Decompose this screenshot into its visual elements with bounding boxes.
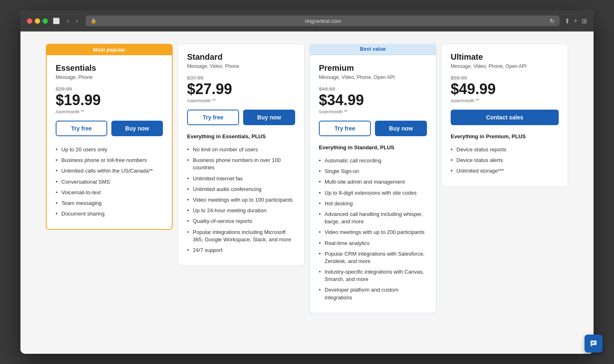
btn-group-standard: Try free Buy now xyxy=(187,110,295,125)
list-item: Video meetings with up to 100 participan… xyxy=(187,195,295,205)
current-price-premium: $34.99 xyxy=(319,93,427,108)
chat-button[interactable] xyxy=(585,335,603,353)
back-button[interactable]: ‹ xyxy=(65,16,72,25)
original-price-standard: $37.99 xyxy=(187,75,295,81)
list-item: Business phone or toll-free numbers xyxy=(56,155,163,166)
list-item: Multi-site admin and management xyxy=(319,177,427,187)
list-item: Team messaging xyxy=(56,198,163,209)
plan-name-ultimate: Ultimate xyxy=(451,52,559,62)
list-item: Up to 8-digit extensions with site codes xyxy=(319,188,427,198)
try-free-button-premium[interactable]: Try free xyxy=(319,121,371,136)
price-note-ultimate: /user/month ** xyxy=(451,98,559,103)
best-value-badge: Best value xyxy=(310,44,436,54)
plan-tagline-essentials: Message, Phone xyxy=(56,74,163,80)
list-item: Video meetings with up to 200 participan… xyxy=(319,227,427,238)
feature-list-essentials: Up to 20 users only Business phone or to… xyxy=(56,144,163,219)
plan-card-standard: Standard Message, Video, Phone $37.99 $2… xyxy=(178,44,305,266)
plan-name-standard: Standard xyxy=(187,52,295,62)
list-item: Document sharing xyxy=(56,209,163,219)
list-item: Business phone numbers in over 100 count… xyxy=(187,155,295,173)
plan-tagline-standard: Message, Video, Phone xyxy=(187,63,295,69)
list-item: Conversational SMS xyxy=(56,177,163,187)
url-text: ringcentral.com xyxy=(100,18,546,24)
traffic-light-red[interactable] xyxy=(27,18,32,24)
list-item: Device status reports xyxy=(451,144,559,155)
list-item: Unlimited storage*** xyxy=(451,166,559,176)
svg-rect-0 xyxy=(591,342,595,342)
plan-card-essentials: Most popular Essentials Message, Phone $… xyxy=(46,44,173,230)
try-free-button-standard[interactable]: Try free xyxy=(187,110,239,125)
plan-name-essentials: Essentials xyxy=(56,63,163,73)
reload-icon[interactable]: ↻ xyxy=(550,18,555,24)
list-item: Unlimited internet fax xyxy=(187,173,295,184)
original-price-essentials: $29.99 xyxy=(56,86,163,92)
list-item: Single Sign-on xyxy=(319,166,427,177)
grid-icon[interactable]: ⊞ xyxy=(582,17,587,25)
current-price-standard: $27.99 xyxy=(187,82,295,97)
plan-name-premium: Premium xyxy=(319,63,427,73)
feature-list-ultimate: Device status reports Device status aler… xyxy=(451,144,559,177)
try-free-button-essentials[interactable]: Try free xyxy=(56,121,107,136)
page-content: Most popular Essentials Message, Phone $… xyxy=(20,31,594,354)
buy-now-button-essentials[interactable]: Buy now xyxy=(111,121,163,136)
list-item: Unlimited audio conferencing xyxy=(187,184,295,195)
browser-window: ⬜ ‹ › 🔒 ringcentral.com ↻ ⬆ + ⊞ Most pop… xyxy=(20,10,594,354)
btn-group-premium: Try free Buy now xyxy=(319,121,427,136)
list-item: Popular CRM integrations with Salesforce… xyxy=(319,249,427,267)
list-item: Device status alerts xyxy=(451,155,559,166)
feature-list-premium: Automatic call recording Single Sign-on … xyxy=(319,155,427,303)
plan-card-premium: Best value Premium Message, Video, Phone… xyxy=(309,44,436,313)
svg-rect-1 xyxy=(591,343,594,344)
forward-button[interactable]: › xyxy=(73,16,80,25)
price-note-essentials: /user/month ** xyxy=(56,109,163,114)
price-note-premium: /user/month ** xyxy=(319,109,427,114)
traffic-light-yellow[interactable] xyxy=(35,18,40,24)
btn-group-ultimate: Contact sales xyxy=(451,110,559,125)
plan-body-standard: Standard Message, Video, Phone $37.99 $2… xyxy=(178,44,304,265)
list-item: Automatic call recording xyxy=(319,155,427,166)
plan-card-ultimate: Ultimate Message, Video, Phone, Open API… xyxy=(441,44,568,187)
list-item: Advanced call handling including whisper… xyxy=(319,209,427,227)
original-price-ultimate: $59.99 xyxy=(451,75,559,81)
traffic-light-green[interactable] xyxy=(43,18,48,24)
address-bar[interactable]: 🔒 ringcentral.com ↻ xyxy=(86,16,560,26)
current-price-ultimate: $49.99 xyxy=(451,82,559,97)
price-note-standard: /user/month ** xyxy=(187,98,295,103)
share-icon[interactable]: ⬆ xyxy=(564,17,570,25)
list-item: Quality-of-service reports xyxy=(187,216,295,227)
pricing-grid: Most popular Essentials Message, Phone $… xyxy=(37,44,577,313)
list-item: Real-time analytics xyxy=(319,238,427,249)
list-item: No limit on number of users xyxy=(187,144,295,155)
browser-actions: ⬆ + ⊞ xyxy=(564,17,587,25)
list-item: Developer platform and custom integratio… xyxy=(319,285,427,303)
buy-now-button-standard[interactable]: Buy now xyxy=(243,110,295,125)
plan-body-essentials: Essentials Message, Phone $29.99 $19.99 … xyxy=(47,55,172,229)
list-item: Industry-specific integrations with Canv… xyxy=(319,267,427,285)
list-item: Voicemail-to-text xyxy=(56,187,163,198)
list-item: Up to 20 users only xyxy=(56,144,163,155)
list-item: 24/7 support xyxy=(187,245,295,256)
popular-badge: Most popular xyxy=(47,45,172,55)
feature-list-standard: No limit on number of users Business pho… xyxy=(187,144,295,256)
browser-icon-group: ⬜ xyxy=(53,18,60,24)
nav-buttons: ‹ › xyxy=(65,16,81,25)
buy-now-button-premium[interactable]: Buy now xyxy=(375,121,427,136)
original-price-premium: $44.99 xyxy=(319,86,427,92)
chat-icon xyxy=(589,339,598,348)
traffic-lights xyxy=(27,18,48,24)
plus-section-premium: Everything in Standard, PLUS xyxy=(319,144,427,151)
list-item: Hot desking xyxy=(319,198,427,209)
plan-body-ultimate: Ultimate Message, Video, Phone, Open API… xyxy=(442,44,568,186)
plan-body-premium: Premium Message, Video, Phone, Open API … xyxy=(310,54,436,313)
list-item: Unlimited calls within the US/Canada** xyxy=(56,166,163,176)
lock-icon: 🔒 xyxy=(90,18,97,24)
browser-chrome: ⬜ ‹ › 🔒 ringcentral.com ↻ ⬆ + ⊞ xyxy=(20,10,594,31)
plus-section-ultimate: Everything in Premium, PLUS xyxy=(451,133,559,139)
list-item: Up to 24-hour meeting duration xyxy=(187,205,295,216)
new-tab-icon[interactable]: + xyxy=(574,17,578,25)
contact-sales-button-ultimate[interactable]: Contact sales xyxy=(451,110,559,125)
tab-icon: ⬜ xyxy=(53,18,60,24)
plan-tagline-premium: Message, Video, Phone, Open API xyxy=(319,74,427,80)
plan-tagline-ultimate: Message, Video, Phone, Open API xyxy=(451,63,559,69)
btn-group-essentials: Try free Buy now xyxy=(56,121,163,136)
